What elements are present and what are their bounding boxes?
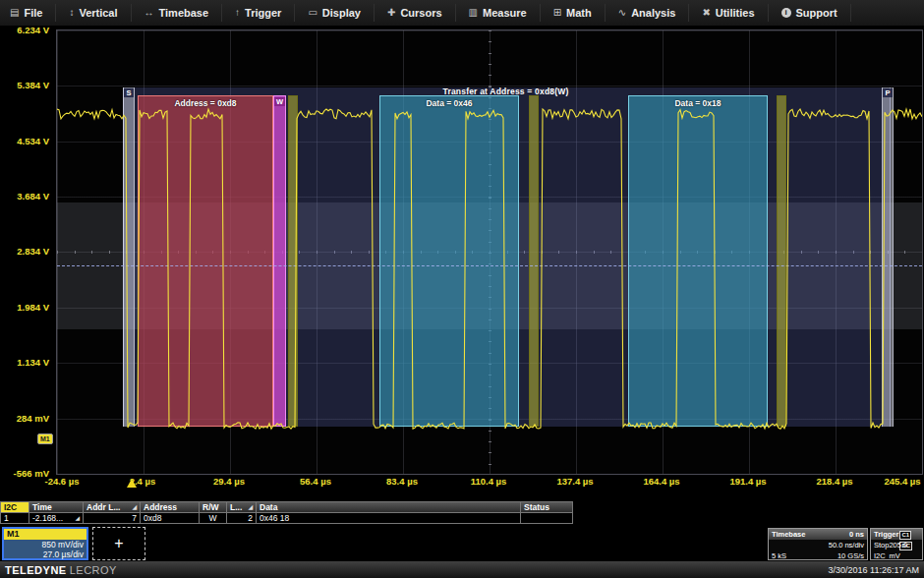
transfer-annotation: Transfer at Address = 0xd8(W) xyxy=(123,87,889,96)
table-header-status[interactable]: Status xyxy=(521,501,573,513)
menu-item-label: Vertical xyxy=(79,7,117,19)
cell-address: 0xd8 xyxy=(141,513,200,524)
y-axis-tick-label: 3.684 V xyxy=(0,191,49,202)
timebase-samples: 5 kS xyxy=(772,550,786,561)
m1-zero-level-badge[interactable]: M1 xyxy=(37,434,53,444)
menu-item-label: Utilities xyxy=(716,7,755,19)
status-bar: TELEDYNELECROY 3/30/2016 11:26:17 AM xyxy=(0,561,924,578)
m1-tdiv: 27.0 µs/div xyxy=(4,549,87,559)
x-axis-tick-label: 218.4 µs xyxy=(816,476,852,487)
menu-item-support[interactable]: iSupport xyxy=(769,4,851,22)
trigger-type: I2C xyxy=(874,550,886,561)
x-axis-tick-label: 137.4 µs xyxy=(556,476,593,487)
cursor-cross-icon: ✚ xyxy=(387,8,395,18)
menu-item-display[interactable]: ▭Display xyxy=(295,4,375,22)
table-header-protocol[interactable]: I2C xyxy=(0,501,29,513)
timebase-sampling-row: 5 kS 10 GS/s xyxy=(769,550,867,561)
y-axis-tick-label: 5.384 V xyxy=(0,80,49,90)
timebase-title: Timebase xyxy=(772,529,805,540)
table-header-len[interactable]: L...◢ xyxy=(227,501,257,513)
trigger-header: Trigger C1DC xyxy=(871,529,922,540)
trigger-source-badge: C1 xyxy=(899,531,911,540)
cell-index: 1 xyxy=(0,513,29,524)
menu-item-vertical[interactable]: ↕Vertical xyxy=(56,4,131,22)
sort-icon: ◢ xyxy=(248,502,253,512)
tools-icon: ✖ xyxy=(702,8,710,18)
trigger-mode: Stop xyxy=(874,540,889,550)
measure-icon: ▥ xyxy=(469,8,478,18)
x-axis-tick-label: -24.6 µs xyxy=(44,476,79,487)
menu-item-utilities[interactable]: ✖Utilities xyxy=(689,4,768,22)
table-header-time[interactable]: Time xyxy=(29,501,84,513)
trigger-time-marker[interactable] xyxy=(127,479,137,488)
m1-trace-descriptor[interactable]: M1 850 mV/div 27.0 µs/div xyxy=(2,527,88,560)
display-icon: ▭ xyxy=(308,8,317,18)
menu-item-label: Support xyxy=(796,7,837,19)
brand-logo: TELEDYNELECROY xyxy=(5,564,117,576)
menu-item-timebase[interactable]: ↔Timebase xyxy=(132,4,223,22)
trigger-arrow-icon: ↑ xyxy=(235,8,240,18)
table-row[interactable]: 1 -2.168...◢ 7 0xd8 W 2 0x46 18 xyxy=(0,513,573,524)
menu-item-label: Display xyxy=(322,7,361,19)
x-axis-tick-label: 191.4 µs xyxy=(729,476,766,487)
sort-icon: ◢ xyxy=(132,502,137,512)
timebase-tdiv: 50.0 ns/div xyxy=(829,540,864,550)
trigger-title: Trigger xyxy=(874,529,898,540)
menu-item-cursors[interactable]: ✚Cursors xyxy=(375,4,456,22)
y-axis-tick-label: 284 mV xyxy=(0,413,49,424)
analysis-chart-icon: ∿ xyxy=(618,8,626,18)
menu-item-label: Math xyxy=(566,7,592,19)
menu-item-label: File xyxy=(24,7,42,19)
waveform-grid[interactable]: S Address = 0xd8 W Data = 0x46 Data = 0x… xyxy=(56,29,923,475)
oscilloscope-screen: ▤File ↕Vertical ↔Timebase ↑Trigger ▭Disp… xyxy=(0,0,924,578)
timebase-descriptor[interactable]: Timebase 0 ns 50.0 ns/div 5 kS 10 GS/s xyxy=(768,528,868,560)
add-trace-button[interactable]: + xyxy=(92,527,145,560)
y-axis-tick-label: 6.234 V xyxy=(0,25,49,35)
timebase-header: Timebase 0 ns xyxy=(769,529,867,540)
cell-addr-len: 7 xyxy=(84,513,141,524)
x-axis-tick-label: 56.4 µs xyxy=(300,476,331,487)
x-axis-tick-label: 245.4 µs xyxy=(884,476,920,487)
trigger-mode-row: Stop 205.0 mV xyxy=(871,540,922,550)
x-axis-tick-label: 110.4 µs xyxy=(471,476,507,487)
table-header-address[interactable]: Address xyxy=(141,501,200,513)
x-axis-tick-label: 83.4 µs xyxy=(386,476,418,487)
y-axis-tick-label: 1.134 V xyxy=(0,357,49,368)
info-icon: i xyxy=(781,8,791,18)
menu-item-label: Measure xyxy=(483,7,527,19)
plus-icon: + xyxy=(114,535,123,552)
menu-item-math[interactable]: ⊞Math xyxy=(541,4,606,22)
menu-item-label: Trigger xyxy=(245,7,281,19)
timebase-tdiv-row: 50.0 ns/div xyxy=(769,540,867,550)
y-axis-tick-label: 2.834 V xyxy=(0,246,49,257)
y-axis-tick-label: 4.534 V xyxy=(0,136,49,146)
timebase-offset: 0 ns xyxy=(849,529,864,540)
datetime-label: 3/30/2016 11:26:17 AM xyxy=(829,565,919,575)
y-axis-tick-label: -566 mV xyxy=(0,468,49,479)
sort-icon: ◢ xyxy=(75,513,80,523)
trigger-level: 205.0 mV xyxy=(889,540,919,550)
y-axis-tick-label: 1.984 V xyxy=(0,302,49,313)
x-axis-tick-label: 164.4 µs xyxy=(643,476,679,487)
timebase-rate: 10 GS/s xyxy=(837,550,864,561)
menu-item-trigger[interactable]: ↑Trigger xyxy=(222,4,295,22)
menu-item-file[interactable]: ▤File xyxy=(0,4,56,22)
table-header-row: I2C Time Addr L...◢ Address R/W L...◢ Da… xyxy=(0,501,573,513)
menu-item-label: Cursors xyxy=(400,7,441,19)
table-header-rw[interactable]: R/W xyxy=(200,501,227,513)
menu-item-analysis[interactable]: ∿Analysis xyxy=(606,4,690,22)
i2c-decode-table[interactable]: I2C Time Addr L...◢ Address R/W L...◢ Da… xyxy=(0,501,573,524)
cell-rw: W xyxy=(200,513,227,524)
horizontal-arrows-icon: ↔ xyxy=(144,8,154,18)
trigger-descriptor[interactable]: Trigger C1DC Stop 205.0 mV I2C xyxy=(870,528,923,560)
table-header-data[interactable]: Data xyxy=(257,501,521,513)
cell-status xyxy=(521,513,573,524)
table-header-addr-len[interactable]: Addr L...◢ xyxy=(84,501,141,513)
menu-item-measure[interactable]: ▥Measure xyxy=(456,4,541,22)
cell-data: 0x46 18 xyxy=(257,513,521,524)
x-axis-tick-label: 29.4 µs xyxy=(213,476,245,487)
vertical-arrows-icon: ↕ xyxy=(69,8,74,18)
sda-waveform-trace xyxy=(57,30,922,474)
menu-item-label: Analysis xyxy=(631,7,675,19)
menu-bar: ▤File ↕Vertical ↔Timebase ↑Trigger ▭Disp… xyxy=(0,0,924,27)
